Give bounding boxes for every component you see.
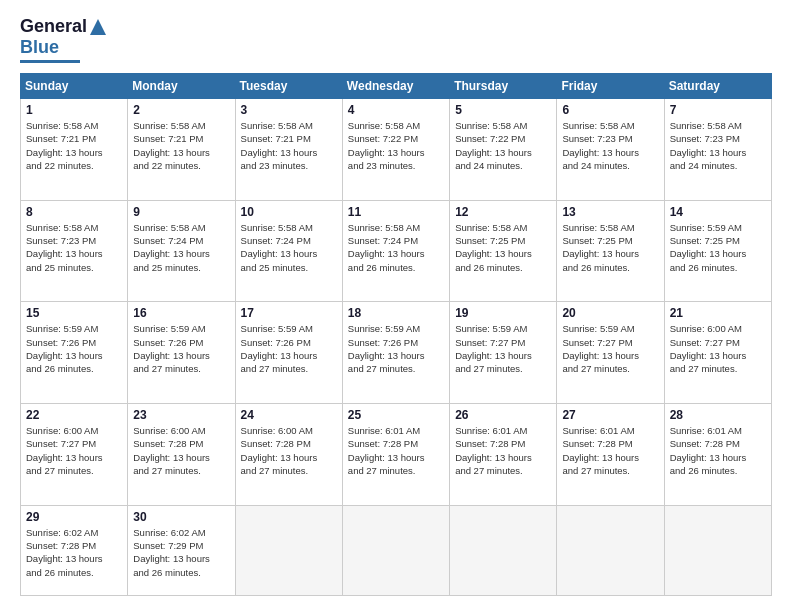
day-number: 27 xyxy=(562,408,658,422)
day-info: Sunrise: 6:00 AM Sunset: 7:27 PM Dayligh… xyxy=(26,424,122,477)
day-number: 11 xyxy=(348,205,444,219)
day-info: Sunrise: 6:01 AM Sunset: 7:28 PM Dayligh… xyxy=(348,424,444,477)
calendar-table: SundayMondayTuesdayWednesdayThursdayFrid… xyxy=(20,73,772,596)
day-number: 24 xyxy=(241,408,337,422)
weekday-header: Thursday xyxy=(450,74,557,99)
day-info: Sunrise: 5:59 AM Sunset: 7:27 PM Dayligh… xyxy=(562,322,658,375)
day-number: 13 xyxy=(562,205,658,219)
calendar-day-cell: 3Sunrise: 5:58 AM Sunset: 7:21 PM Daylig… xyxy=(235,99,342,201)
day-number: 12 xyxy=(455,205,551,219)
calendar-day-cell: 9Sunrise: 5:58 AM Sunset: 7:24 PM Daylig… xyxy=(128,200,235,302)
day-info: Sunrise: 5:58 AM Sunset: 7:23 PM Dayligh… xyxy=(670,119,766,172)
day-info: Sunrise: 5:58 AM Sunset: 7:23 PM Dayligh… xyxy=(562,119,658,172)
calendar-day-cell xyxy=(450,505,557,595)
calendar-day-cell: 29Sunrise: 6:02 AM Sunset: 7:28 PM Dayli… xyxy=(21,505,128,595)
calendar-day-cell: 14Sunrise: 5:59 AM Sunset: 7:25 PM Dayli… xyxy=(664,200,771,302)
svg-marker-0 xyxy=(90,19,106,35)
day-info: Sunrise: 5:58 AM Sunset: 7:21 PM Dayligh… xyxy=(133,119,229,172)
calendar-day-cell: 24Sunrise: 6:00 AM Sunset: 7:28 PM Dayli… xyxy=(235,403,342,505)
day-info: Sunrise: 5:58 AM Sunset: 7:21 PM Dayligh… xyxy=(241,119,337,172)
weekday-header: Friday xyxy=(557,74,664,99)
day-info: Sunrise: 6:01 AM Sunset: 7:28 PM Dayligh… xyxy=(670,424,766,477)
page: General Blue SundayMondayTuesdayWednesda… xyxy=(0,0,792,612)
calendar-day-cell xyxy=(664,505,771,595)
calendar-week-row: 8Sunrise: 5:58 AM Sunset: 7:23 PM Daylig… xyxy=(21,200,772,302)
calendar-day-cell: 13Sunrise: 5:58 AM Sunset: 7:25 PM Dayli… xyxy=(557,200,664,302)
logo-general: General xyxy=(20,16,87,37)
calendar-week-row: 1Sunrise: 5:58 AM Sunset: 7:21 PM Daylig… xyxy=(21,99,772,201)
day-number: 3 xyxy=(241,103,337,117)
calendar-day-cell: 22Sunrise: 6:00 AM Sunset: 7:27 PM Dayli… xyxy=(21,403,128,505)
calendar-week-row: 22Sunrise: 6:00 AM Sunset: 7:27 PM Dayli… xyxy=(21,403,772,505)
day-info: Sunrise: 5:58 AM Sunset: 7:25 PM Dayligh… xyxy=(455,221,551,274)
day-number: 17 xyxy=(241,306,337,320)
calendar-day-cell xyxy=(235,505,342,595)
day-info: Sunrise: 5:58 AM Sunset: 7:24 PM Dayligh… xyxy=(348,221,444,274)
logo-triangle-icon xyxy=(89,18,107,36)
calendar-day-cell: 8Sunrise: 5:58 AM Sunset: 7:23 PM Daylig… xyxy=(21,200,128,302)
calendar-header-row: SundayMondayTuesdayWednesdayThursdayFrid… xyxy=(21,74,772,99)
calendar-week-row: 29Sunrise: 6:02 AM Sunset: 7:28 PM Dayli… xyxy=(21,505,772,595)
day-info: Sunrise: 5:58 AM Sunset: 7:22 PM Dayligh… xyxy=(348,119,444,172)
day-info: Sunrise: 6:00 AM Sunset: 7:28 PM Dayligh… xyxy=(241,424,337,477)
weekday-header: Wednesday xyxy=(342,74,449,99)
weekday-header: Monday xyxy=(128,74,235,99)
day-info: Sunrise: 5:59 AM Sunset: 7:26 PM Dayligh… xyxy=(241,322,337,375)
day-number: 5 xyxy=(455,103,551,117)
day-number: 7 xyxy=(670,103,766,117)
day-number: 2 xyxy=(133,103,229,117)
calendar-day-cell: 30Sunrise: 6:02 AM Sunset: 7:29 PM Dayli… xyxy=(128,505,235,595)
day-info: Sunrise: 6:00 AM Sunset: 7:28 PM Dayligh… xyxy=(133,424,229,477)
day-number: 6 xyxy=(562,103,658,117)
calendar-day-cell: 1Sunrise: 5:58 AM Sunset: 7:21 PM Daylig… xyxy=(21,99,128,201)
day-info: Sunrise: 5:58 AM Sunset: 7:25 PM Dayligh… xyxy=(562,221,658,274)
day-info: Sunrise: 6:00 AM Sunset: 7:27 PM Dayligh… xyxy=(670,322,766,375)
day-number: 28 xyxy=(670,408,766,422)
calendar-week-row: 15Sunrise: 5:59 AM Sunset: 7:26 PM Dayli… xyxy=(21,302,772,404)
day-number: 15 xyxy=(26,306,122,320)
day-info: Sunrise: 5:58 AM Sunset: 7:24 PM Dayligh… xyxy=(133,221,229,274)
day-number: 14 xyxy=(670,205,766,219)
weekday-header: Tuesday xyxy=(235,74,342,99)
calendar-day-cell: 12Sunrise: 5:58 AM Sunset: 7:25 PM Dayli… xyxy=(450,200,557,302)
calendar-day-cell: 17Sunrise: 5:59 AM Sunset: 7:26 PM Dayli… xyxy=(235,302,342,404)
day-number: 8 xyxy=(26,205,122,219)
calendar-day-cell: 16Sunrise: 5:59 AM Sunset: 7:26 PM Dayli… xyxy=(128,302,235,404)
calendar-day-cell xyxy=(342,505,449,595)
day-info: Sunrise: 5:59 AM Sunset: 7:26 PM Dayligh… xyxy=(133,322,229,375)
day-number: 21 xyxy=(670,306,766,320)
calendar-day-cell xyxy=(557,505,664,595)
day-number: 1 xyxy=(26,103,122,117)
day-number: 10 xyxy=(241,205,337,219)
day-number: 30 xyxy=(133,510,229,524)
day-info: Sunrise: 6:02 AM Sunset: 7:29 PM Dayligh… xyxy=(133,526,229,579)
day-info: Sunrise: 5:59 AM Sunset: 7:26 PM Dayligh… xyxy=(26,322,122,375)
day-number: 9 xyxy=(133,205,229,219)
day-number: 26 xyxy=(455,408,551,422)
calendar-day-cell: 10Sunrise: 5:58 AM Sunset: 7:24 PM Dayli… xyxy=(235,200,342,302)
calendar-day-cell: 19Sunrise: 5:59 AM Sunset: 7:27 PM Dayli… xyxy=(450,302,557,404)
calendar-day-cell: 7Sunrise: 5:58 AM Sunset: 7:23 PM Daylig… xyxy=(664,99,771,201)
day-number: 29 xyxy=(26,510,122,524)
day-number: 25 xyxy=(348,408,444,422)
calendar-day-cell: 27Sunrise: 6:01 AM Sunset: 7:28 PM Dayli… xyxy=(557,403,664,505)
day-info: Sunrise: 5:58 AM Sunset: 7:23 PM Dayligh… xyxy=(26,221,122,274)
day-number: 18 xyxy=(348,306,444,320)
logo: General Blue xyxy=(20,16,107,63)
day-info: Sunrise: 5:59 AM Sunset: 7:25 PM Dayligh… xyxy=(670,221,766,274)
calendar-day-cell: 26Sunrise: 6:01 AM Sunset: 7:28 PM Dayli… xyxy=(450,403,557,505)
calendar-day-cell: 28Sunrise: 6:01 AM Sunset: 7:28 PM Dayli… xyxy=(664,403,771,505)
calendar-day-cell: 25Sunrise: 6:01 AM Sunset: 7:28 PM Dayli… xyxy=(342,403,449,505)
day-info: Sunrise: 6:01 AM Sunset: 7:28 PM Dayligh… xyxy=(455,424,551,477)
calendar-day-cell: 15Sunrise: 5:59 AM Sunset: 7:26 PM Dayli… xyxy=(21,302,128,404)
day-info: Sunrise: 5:58 AM Sunset: 7:22 PM Dayligh… xyxy=(455,119,551,172)
calendar-day-cell: 4Sunrise: 5:58 AM Sunset: 7:22 PM Daylig… xyxy=(342,99,449,201)
calendar-day-cell: 11Sunrise: 5:58 AM Sunset: 7:24 PM Dayli… xyxy=(342,200,449,302)
logo-underline xyxy=(20,60,80,63)
calendar-day-cell: 21Sunrise: 6:00 AM Sunset: 7:27 PM Dayli… xyxy=(664,302,771,404)
day-info: Sunrise: 5:59 AM Sunset: 7:26 PM Dayligh… xyxy=(348,322,444,375)
calendar-day-cell: 5Sunrise: 5:58 AM Sunset: 7:22 PM Daylig… xyxy=(450,99,557,201)
calendar-day-cell: 23Sunrise: 6:00 AM Sunset: 7:28 PM Dayli… xyxy=(128,403,235,505)
calendar-day-cell: 2Sunrise: 5:58 AM Sunset: 7:21 PM Daylig… xyxy=(128,99,235,201)
day-number: 22 xyxy=(26,408,122,422)
